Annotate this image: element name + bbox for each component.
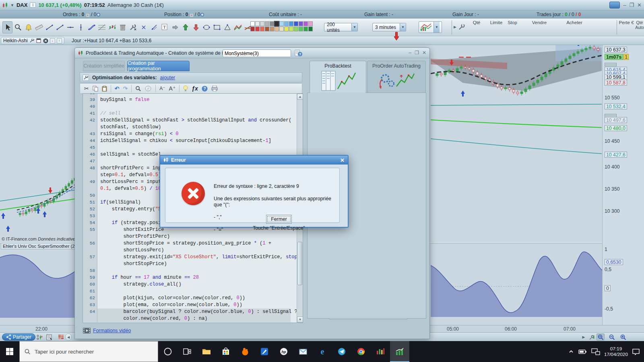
dialog-close[interactable]: ✕: [422, 50, 426, 56]
position-settings-icon[interactable]: [200, 12, 204, 17]
code-line[interactable]: stochFast, stochSlow): [83, 124, 291, 131]
taskbar-app-store[interactable]: [216, 341, 235, 362]
wrench-icon[interactable]: [83, 74, 89, 81]
code-line[interactable]: 56 shortStopPrice = strategy.position_av…: [83, 240, 291, 247]
color-swatch[interactable]: [260, 21, 264, 26]
tab-creation-simplifiee[interactable]: Création simplifiée: [83, 61, 125, 71]
code-line[interactable]: 61: [83, 288, 291, 295]
color-swatch[interactable]: [289, 27, 293, 31]
units-select[interactable]: 200 unités▼: [324, 23, 358, 31]
right-oscillator-pane[interactable]: [431, 244, 602, 325]
color-swatch[interactable]: [308, 21, 313, 26]
right-price-chart[interactable]: [431, 45, 602, 243]
tool-cross-lines[interactable]: [86, 21, 96, 33]
add-variable-link[interactable]: ajouter: [160, 75, 175, 80]
tool-settings[interactable]: [128, 21, 138, 33]
tool-pattern[interactable]: [107, 21, 117, 33]
color-swatch[interactable]: [265, 21, 269, 26]
tool-alarm[interactable]: [23, 21, 33, 33]
code-line[interactable]: 41// sell: [83, 110, 291, 117]
code-line[interactable]: 64 barcolor(buySignal ? color.new(color.…: [83, 309, 291, 315]
comment-icon[interactable]: //: [145, 86, 152, 92]
minimize-button[interactable]: –: [623, 2, 626, 8]
color-swatch[interactable]: [289, 21, 293, 26]
undo-icon[interactable]: ↶: [115, 85, 120, 92]
print-icon[interactable]: [211, 86, 218, 91]
color-swatch[interactable]: [279, 27, 284, 31]
tool-zoom[interactable]: [13, 21, 23, 33]
battery-icon[interactable]: [578, 348, 587, 355]
close-button[interactable]: ✕: [637, 2, 642, 8]
color-swatch[interactable]: [275, 21, 279, 26]
color-swatch[interactable]: [250, 21, 255, 26]
taskbar-search[interactable]: Taper ici pour rechercher: [19, 341, 158, 362]
scroll-right-icon[interactable]: ▶: [580, 333, 588, 341]
share-button[interactable]: Partager: [2, 333, 35, 341]
move-down-icon[interactable]: ↓: [50, 38, 55, 43]
scroll-down-icon[interactable]: ▼: [297, 317, 303, 323]
color-swatch[interactable]: [275, 27, 279, 31]
tool-triangle[interactable]: [222, 21, 232, 33]
color-swatch[interactable]: [303, 21, 308, 26]
tool-ruler[interactable]: [34, 21, 44, 33]
tool-fibonacci[interactable]: [97, 21, 107, 33]
code-line[interactable]: 63 plot(ema, color=color.new(color.blue,…: [83, 302, 291, 309]
start-button[interactable]: [0, 341, 19, 362]
code-line[interactable]: 58: [83, 267, 291, 274]
color-swatch[interactable]: [299, 21, 303, 26]
color-swatch[interactable]: [270, 27, 274, 31]
tool-segment[interactable]: [44, 21, 54, 33]
taskbar-clock[interactable]: 07:1917/04/2020: [604, 346, 628, 357]
taskbar-app-edge[interactable]: e: [313, 341, 332, 362]
taskbar-app-taskview[interactable]: [178, 341, 197, 362]
taskbar-app-chrome[interactable]: [351, 341, 371, 362]
code-line[interactable]: 62 plot(kijun, color=color.new(color.red…: [83, 295, 291, 302]
system-name-input[interactable]: [223, 49, 291, 57]
tab-proorder[interactable]: ProOrder AutoTrading: [367, 61, 426, 93]
taskbar-app-chart-red[interactable]: [371, 341, 390, 362]
tool-arrow-up[interactable]: [180, 21, 190, 33]
copy-icon[interactable]: [93, 86, 98, 92]
code-line[interactable]: 43rsiSignal = change(rsi) < 0: [83, 131, 291, 138]
watchlist-icon[interactable]: [35, 333, 43, 341]
window-icon[interactable]: [36, 38, 41, 43]
left-price-chart[interactable]: [0, 45, 78, 243]
chart-type-select[interactable]: ▼: [419, 21, 442, 33]
restore-button[interactable]: ❐: [629, 2, 634, 8]
heatmap-icon[interactable]: [57, 333, 65, 341]
color-swatch[interactable]: [284, 21, 289, 26]
code-line[interactable]: 60 strategy.close_all(): [83, 281, 291, 288]
video-training-link[interactable]: Formations vidéo: [93, 328, 131, 333]
code-line[interactable]: 44ichiSellSignal = chikou < sourceInput[…: [83, 138, 291, 144]
clear-position-icon[interactable]: ✕: [190, 13, 194, 17]
instrument-symbol[interactable]: DAX: [17, 2, 27, 8]
wrench-icon[interactable]: [29, 38, 35, 43]
font-larger-icon[interactable]: A⁺: [169, 85, 176, 92]
color-swatch[interactable]: [255, 21, 260, 26]
function-icon[interactable]: ƒx: [192, 85, 198, 92]
color-swatch[interactable]: [255, 27, 260, 31]
tool-text[interactable]: T: [159, 21, 169, 33]
taskbar-app-hp[interactable]: hp: [274, 341, 293, 362]
color-swatch[interactable]: [279, 21, 284, 26]
code-line[interactable]: 57 strategy.exit(id="XS CloseShort", lim…: [83, 254, 291, 261]
search-icon[interactable]: [135, 86, 141, 92]
tool-cross-b[interactable]: [149, 21, 159, 33]
color-swatch[interactable]: [250, 27, 255, 31]
taskbar-app-paint[interactable]: [255, 341, 274, 362]
instrument-dropdown[interactable]: ▼: [10, 3, 14, 7]
tip-icon[interactable]: [183, 85, 188, 92]
taskbar-app-telegram[interactable]: [332, 341, 351, 362]
close-icon[interactable]: [43, 38, 48, 43]
error-close-icon[interactable]: ✕: [340, 157, 345, 163]
color-swatch[interactable]: [294, 27, 298, 31]
color-swatch[interactable]: [265, 27, 269, 31]
code-line[interactable]: 42stochSellSignal = stochFast > stochSel…: [83, 117, 291, 124]
color-swatch[interactable]: [294, 21, 298, 26]
dialog-restore[interactable]: ❐: [415, 50, 419, 56]
tool-arrow-down[interactable]: [191, 21, 201, 33]
code-line[interactable]: shortStopPrice): [83, 261, 291, 267]
left-oscillator-pane[interactable]: [0, 244, 78, 325]
color-swatch[interactable]: [303, 27, 308, 31]
tool-zigzag[interactable]: [233, 21, 243, 33]
